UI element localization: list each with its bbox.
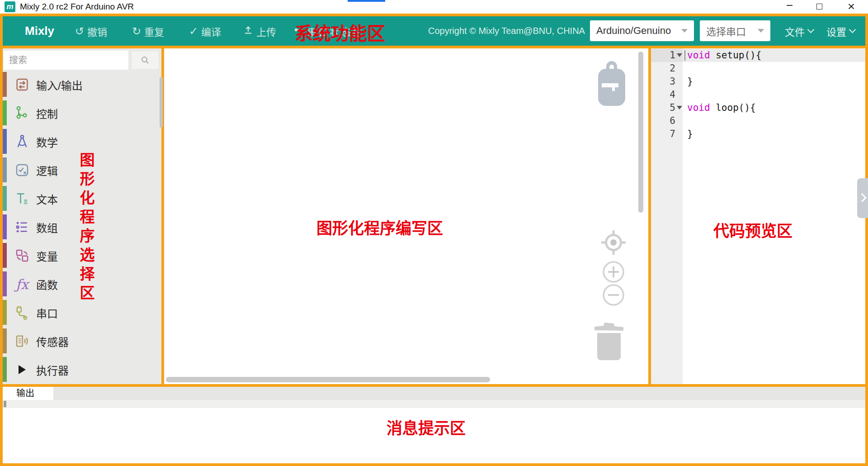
text-cursor	[684, 50, 685, 61]
compile-button[interactable]: ✓ 编译	[189, 16, 221, 46]
category-row[interactable]: 控制	[3, 99, 161, 127]
control-branch-icon	[14, 105, 31, 122]
category-row[interactable]: ƒx 函数	[3, 270, 161, 298]
category-row[interactable]: 数学	[3, 127, 161, 156]
category-color-bar	[3, 129, 7, 154]
category-color-bar	[3, 328, 7, 353]
category-label: 执行器	[36, 362, 69, 378]
maximize-button[interactable]	[811, 2, 827, 12]
undo-button[interactable]: ↺ 撤销	[75, 16, 107, 46]
line-number: 4	[651, 88, 675, 101]
canvas-vertical-scrollbar[interactable]	[638, 52, 643, 213]
minimize-button[interactable]	[782, 2, 797, 12]
copyright-text: Copyright © Mixly Team@BNU, CHINA	[428, 16, 585, 46]
code-line: void loop(){	[687, 101, 756, 114]
variable-swap-icon	[14, 247, 31, 264]
port-caret-icon	[758, 29, 764, 33]
line-number: 3	[651, 75, 675, 88]
trash-icon[interactable]	[594, 320, 624, 363]
serial-plug-icon	[14, 304, 31, 321]
chevron-right-icon	[858, 193, 867, 202]
category-color-bar	[3, 72, 7, 97]
toolbar: Mixly ↺ 撤销 ↻ 重复 ✓ 编译 上传	[3, 16, 865, 46]
fold-arrow-icon[interactable]	[677, 53, 682, 57]
chevron-down-icon	[849, 26, 856, 33]
line-number: 2	[651, 62, 675, 75]
port-select-value: 选择串口	[706, 24, 746, 38]
annotation-canvas-area: 图形化程序编写区	[316, 215, 443, 238]
math-compass-icon	[14, 133, 31, 150]
line-number: 6	[651, 114, 675, 128]
category-color-bar	[3, 357, 7, 382]
board-select[interactable]: Arduino/Genuino	[590, 20, 694, 41]
tab-output[interactable]: 输出	[3, 387, 53, 400]
code-line: void setup(){	[687, 49, 761, 62]
search-input[interactable]	[4, 51, 128, 70]
serial-status-label: 串口状态栏	[307, 24, 363, 38]
category-label: 数学	[36, 134, 58, 150]
serial-status-button[interactable]: 串口状态栏	[294, 16, 363, 46]
redo-button[interactable]: ↻ 重复	[132, 16, 164, 46]
search-icon	[140, 55, 150, 65]
menu-settings[interactable]: 设置	[826, 16, 855, 46]
port-select[interactable]: 选择串口	[700, 20, 770, 41]
category-label: 输入/输出	[36, 77, 83, 93]
title-bar: m Mixly 2.0 rc2 For Arduino AVR ×	[0, 0, 868, 14]
category-row[interactable]: 传感器	[3, 327, 161, 355]
input-output-icon	[14, 76, 31, 93]
zoom-reset-target-icon[interactable]	[600, 229, 627, 258]
text-T-icon	[14, 190, 31, 207]
upload-button[interactable]: 上传	[243, 16, 276, 46]
mixly-brand[interactable]: Mixly	[25, 16, 54, 46]
undo-label: 撤销	[87, 24, 107, 38]
block-palette-sidebar: 输入/输出 控制 数学	[3, 48, 161, 384]
category-color-bar	[3, 186, 7, 211]
output-scrollbar[interactable]	[4, 401, 6, 407]
category-color-bar	[3, 214, 7, 239]
chevron-down-icon	[807, 26, 815, 33]
line-number: 1	[651, 49, 675, 62]
category-label: 数组	[36, 219, 58, 235]
backpack-icon[interactable]	[598, 61, 626, 108]
accent-strip	[348, 0, 385, 2]
line-number: 7	[651, 128, 675, 141]
canvas-horizontal-scrollbar[interactable]	[166, 377, 490, 382]
mixly-window: m Mixly 2.0 rc2 For Arduino AVR × Mixly …	[0, 0, 868, 466]
category-label: 文本	[36, 191, 58, 207]
close-button[interactable]: ×	[844, 2, 859, 12]
code-panel-expand-tab[interactable]	[857, 178, 868, 218]
category-row[interactable]: 文本	[3, 184, 161, 213]
category-row[interactable]: 变量	[3, 241, 161, 270]
maximize-icon	[816, 4, 822, 10]
region-border-right	[865, 14, 868, 466]
upload-icon	[243, 25, 253, 38]
category-color-bar	[3, 300, 7, 325]
category-label: 传感器	[36, 333, 69, 349]
collapsed-arrow-icon	[14, 361, 31, 378]
search-button[interactable]	[131, 51, 159, 70]
blockly-workspace[interactable]: 图形化程序编写区	[164, 48, 648, 384]
category-row[interactable]: 数组	[3, 213, 161, 241]
region-border-bottom	[0, 463, 868, 466]
fold-arrow-icon[interactable]	[677, 106, 682, 109]
logic-check-icon	[14, 162, 31, 179]
redo-label: 重复	[144, 24, 164, 38]
zoom-in-button[interactable]	[602, 261, 625, 285]
code-line: }	[687, 128, 693, 141]
category-row[interactable]: 逻辑	[3, 156, 161, 184]
zoom-out-button[interactable]	[602, 284, 625, 308]
category-row[interactable]: 串口	[3, 298, 161, 327]
category-row[interactable]: 输入/输出	[3, 70, 161, 99]
code-preview-panel[interactable]: 1 2 3 4 5 6 7 void setup(){ } void loop(…	[651, 48, 865, 384]
undo-icon: ↺	[75, 25, 84, 38]
category-label: 串口	[36, 305, 58, 321]
compile-check-icon: ✓	[189, 25, 198, 38]
line-number: 5	[651, 101, 675, 114]
category-row[interactable]: 执行器	[3, 355, 161, 384]
menu-file[interactable]: 文件	[785, 16, 813, 46]
function-fx-icon: ƒx	[14, 276, 31, 293]
close-icon: ×	[847, 0, 855, 12]
board-select-value: Arduino/Genuino	[596, 25, 671, 37]
category-color-bar	[3, 271, 7, 296]
mixly-logo-icon: m	[5, 1, 15, 12]
